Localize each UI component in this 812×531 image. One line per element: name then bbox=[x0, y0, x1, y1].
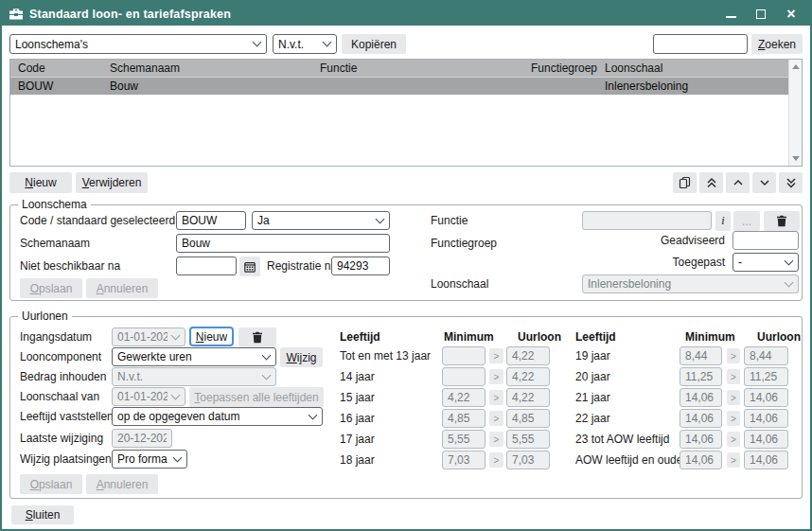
table-scrollbar[interactable] bbox=[788, 60, 802, 166]
age-label: Tot en met 13 jaar bbox=[340, 349, 431, 363]
uurloon-input[interactable] bbox=[506, 346, 550, 365]
minimum-input[interactable] bbox=[680, 430, 722, 449]
transfer-button[interactable]: > bbox=[727, 369, 740, 384]
transfer-button[interactable]: > bbox=[489, 432, 503, 447]
transfer-button[interactable]: > bbox=[727, 411, 740, 426]
minimum-input[interactable] bbox=[680, 409, 722, 428]
wijzig-plaatsingen-select[interactable]: Pro forma bbox=[112, 450, 187, 469]
chevron-down-icon bbox=[262, 350, 272, 360]
wijzig-plaatsingen-label: Wijzig plaatsingen bbox=[20, 452, 112, 466]
loonschaal-select[interactable]: Inlenersbeloning bbox=[582, 274, 799, 293]
table-row[interactable]: BOUW Bouw Inlenersbeloning bbox=[10, 78, 788, 95]
minimum-input[interactable] bbox=[680, 388, 722, 407]
loonschaal-van-select[interactable]: 01-01-2025 bbox=[112, 387, 185, 406]
column-header-loonschaal[interactable]: Loonschaal bbox=[597, 60, 788, 77]
uurloon-input[interactable] bbox=[506, 430, 550, 449]
new-schema-button[interactable]: Nieuw bbox=[9, 172, 72, 193]
schemanaam-input[interactable] bbox=[176, 234, 390, 253]
duplicate-button[interactable] bbox=[673, 172, 697, 193]
registratie-input[interactable] bbox=[331, 257, 390, 275]
delete-uurloon-button[interactable] bbox=[238, 327, 276, 347]
age-label: 19 jaar bbox=[575, 349, 610, 363]
column-header-code[interactable]: Code bbox=[10, 60, 102, 77]
standard-select[interactable]: Ja bbox=[252, 211, 390, 230]
column-header-functiegroep[interactable]: Functiegroep bbox=[523, 60, 597, 77]
close-window-button[interactable]: Sluiten bbox=[11, 505, 74, 524]
looncomponent-select[interactable]: Gewerkte uren bbox=[112, 347, 276, 366]
uurloon-input[interactable] bbox=[744, 430, 788, 449]
transfer-button[interactable]: > bbox=[489, 348, 503, 363]
move-bottom-button[interactable] bbox=[779, 172, 803, 193]
functie-input[interactable] bbox=[582, 211, 712, 230]
minimum-input[interactable] bbox=[442, 346, 485, 365]
column-header-functie[interactable]: Functie bbox=[312, 60, 523, 77]
minimum-input[interactable] bbox=[442, 367, 485, 386]
ingangsdatum-select[interactable]: 01-01-2025 bbox=[112, 327, 185, 346]
column-header-schemanaam[interactable]: Schemanaam bbox=[102, 60, 312, 77]
niet-beschikbaar-input[interactable] bbox=[176, 257, 237, 275]
age-label: AOW leeftijd en ouder bbox=[575, 453, 686, 467]
uurlonen-cancel-button[interactable]: Annuleren bbox=[86, 474, 158, 494]
minimum-input[interactable] bbox=[442, 451, 485, 469]
transfer-button[interactable]: > bbox=[489, 411, 503, 426]
close-button[interactable]: × bbox=[784, 7, 799, 22]
leeftijd-header: Leeftijd bbox=[340, 330, 380, 344]
minimum-input[interactable] bbox=[680, 346, 722, 365]
info-button[interactable]: i bbox=[715, 211, 731, 231]
leeftijd-vaststellen-label: Leeftijd vaststellen bbox=[20, 410, 114, 423]
transfer-button[interactable]: > bbox=[727, 432, 740, 447]
transfer-button[interactable]: > bbox=[489, 390, 503, 405]
wijzig-button[interactable]: Wijzig bbox=[280, 347, 323, 367]
geadviseerd-input[interactable] bbox=[733, 231, 799, 250]
uurloon-input[interactable] bbox=[744, 451, 788, 469]
delete-schema-button[interactable]: Verwijderen bbox=[76, 172, 148, 193]
scroll-up-icon[interactable] bbox=[792, 64, 800, 69]
transfer-button[interactable]: > bbox=[727, 348, 740, 363]
clear-functie-button[interactable] bbox=[764, 211, 800, 231]
bedrag-inhouden-select[interactable]: N.v.t. bbox=[112, 367, 276, 386]
move-up-button[interactable] bbox=[726, 172, 750, 193]
cell-code: BOUW bbox=[10, 78, 102, 95]
uurloon-input[interactable] bbox=[506, 367, 550, 386]
uurloon-input[interactable] bbox=[744, 367, 788, 386]
transfer-button[interactable]: > bbox=[727, 452, 740, 468]
wage-row: 22 jaar > bbox=[575, 409, 812, 428]
laatste-wijziging-input[interactable] bbox=[112, 429, 172, 448]
transfer-button[interactable]: > bbox=[489, 369, 503, 384]
move-down-button[interactable] bbox=[752, 172, 776, 193]
table-header: Code Schemanaam Functie Functiegroep Loo… bbox=[10, 60, 788, 78]
scroll-down-icon[interactable] bbox=[792, 156, 800, 161]
minimum-input[interactable] bbox=[442, 430, 485, 449]
leeftijd-vaststellen-select[interactable]: op de opgegeven datum bbox=[112, 407, 323, 426]
toepassen-button[interactable]: Toepassen alle leeftijden bbox=[189, 387, 324, 407]
schema-type-select[interactable]: Loonschema's bbox=[9, 34, 267, 54]
minimum-input[interactable] bbox=[680, 451, 722, 469]
transfer-button[interactable]: > bbox=[489, 452, 503, 468]
uurloon-input[interactable] bbox=[506, 451, 550, 469]
search-input[interactable] bbox=[653, 34, 748, 54]
browse-functie-button[interactable]: ... bbox=[733, 211, 760, 231]
maximize-button[interactable] bbox=[753, 7, 768, 22]
minimize-button[interactable] bbox=[723, 7, 738, 22]
new-uurloon-button[interactable]: Nieuw bbox=[189, 327, 234, 346]
uurloon-input[interactable] bbox=[744, 346, 788, 365]
minimum-input[interactable] bbox=[442, 388, 485, 407]
uurloon-input[interactable] bbox=[506, 409, 550, 428]
copy-schema-button[interactable]: Kopiëren bbox=[342, 34, 406, 54]
uurloon-input[interactable] bbox=[744, 409, 788, 428]
search-button[interactable]: Zoeken bbox=[751, 34, 803, 54]
move-top-button[interactable] bbox=[699, 172, 723, 193]
uurlonen-save-button[interactable]: Opslaan bbox=[20, 474, 82, 494]
filter-select[interactable]: N.v.t. bbox=[273, 34, 337, 54]
minimum-input[interactable] bbox=[680, 367, 722, 386]
uurloon-input[interactable] bbox=[506, 388, 550, 407]
toegepast-select[interactable]: - bbox=[733, 253, 799, 272]
minimum-input[interactable] bbox=[442, 409, 485, 428]
code-input[interactable] bbox=[176, 211, 246, 230]
loonschema-save-button[interactable]: Opslaan bbox=[20, 278, 82, 298]
uurloon-input[interactable] bbox=[744, 388, 788, 407]
date-picker-button[interactable] bbox=[239, 257, 260, 276]
loonschema-cancel-button[interactable]: Annuleren bbox=[86, 278, 158, 298]
transfer-button[interactable]: > bbox=[727, 390, 740, 405]
titlebar[interactable]: Standaard loon- en tariefafspraken × bbox=[2, 2, 810, 26]
